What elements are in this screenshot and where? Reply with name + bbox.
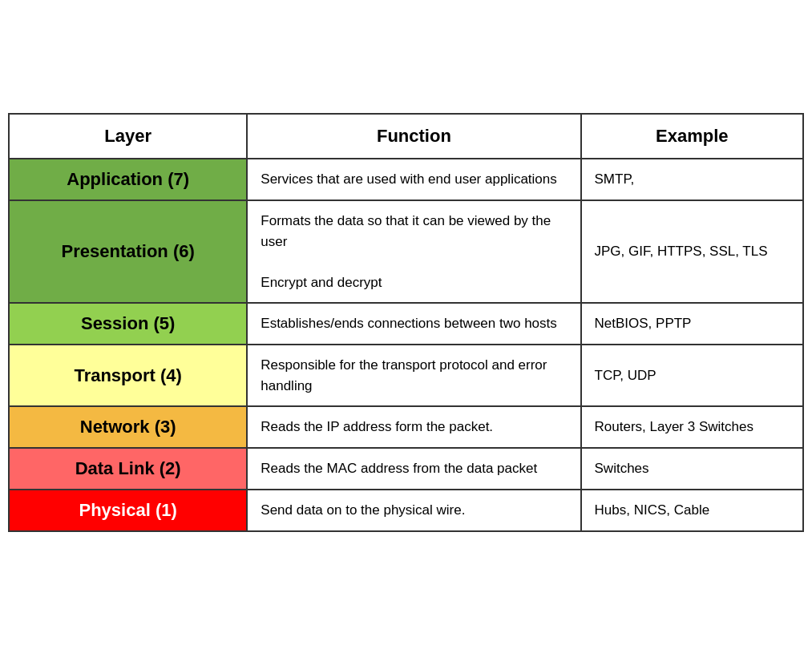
function-cell-datalink: Reads the MAC address from the data pack… bbox=[247, 448, 580, 490]
osi-model-table: Layer Function Example Application (7)Se… bbox=[8, 113, 804, 532]
layer-cell-datalink: Data Link (2) bbox=[9, 448, 247, 490]
layer-cell-session: Session (5) bbox=[9, 303, 247, 345]
example-cell-network: Routers, Layer 3 Switches bbox=[581, 406, 803, 448]
table-row-physical: Physical (1)Send data on to the physical… bbox=[9, 490, 803, 531]
layer-cell-physical: Physical (1) bbox=[9, 490, 247, 531]
layer-cell-application: Application (7) bbox=[9, 159, 247, 200]
function-cell-session: Establishes/ends connections between two… bbox=[247, 303, 580, 345]
table-row-presentation: Presentation (6)Formats the data so that… bbox=[9, 200, 803, 303]
function-cell-network: Reads the IP address form the packet. bbox=[247, 406, 580, 448]
example-cell-physical: Hubs, NICS, Cable bbox=[581, 490, 803, 531]
layer-cell-transport: Transport (4) bbox=[9, 345, 247, 406]
example-cell-datalink: Switches bbox=[581, 448, 803, 490]
header-layer: Layer bbox=[9, 114, 247, 159]
table-row-datalink: Data Link (2)Reads the MAC address from … bbox=[9, 448, 803, 490]
layer-cell-network: Network (3) bbox=[9, 406, 247, 448]
function-cell-physical: Send data on to the physical wire. bbox=[247, 490, 580, 531]
header-example: Example bbox=[581, 114, 803, 159]
example-cell-session: NetBIOS, PPTP bbox=[581, 303, 803, 345]
table-row-network: Network (3)Reads the IP address form the… bbox=[9, 406, 803, 448]
example-cell-application: SMTP, bbox=[581, 159, 803, 200]
function-cell-presentation: Formats the data so that it can be viewe… bbox=[247, 200, 580, 303]
function-cell-transport: Responsible for the transport protocol a… bbox=[247, 345, 580, 406]
header-function: Function bbox=[247, 114, 580, 159]
table-row-application: Application (7)Services that are used wi… bbox=[9, 159, 803, 200]
function-cell-application: Services that are used with end user app… bbox=[247, 159, 580, 200]
example-cell-presentation: JPG, GIF, HTTPS, SSL, TLS bbox=[581, 200, 803, 303]
table-row-transport: Transport (4)Responsible for the transpo… bbox=[9, 345, 803, 406]
example-cell-transport: TCP, UDP bbox=[581, 345, 803, 406]
layer-cell-presentation: Presentation (6) bbox=[9, 200, 247, 303]
table-header-row: Layer Function Example bbox=[9, 114, 803, 159]
table-row-session: Session (5)Establishes/ends connections … bbox=[9, 303, 803, 345]
